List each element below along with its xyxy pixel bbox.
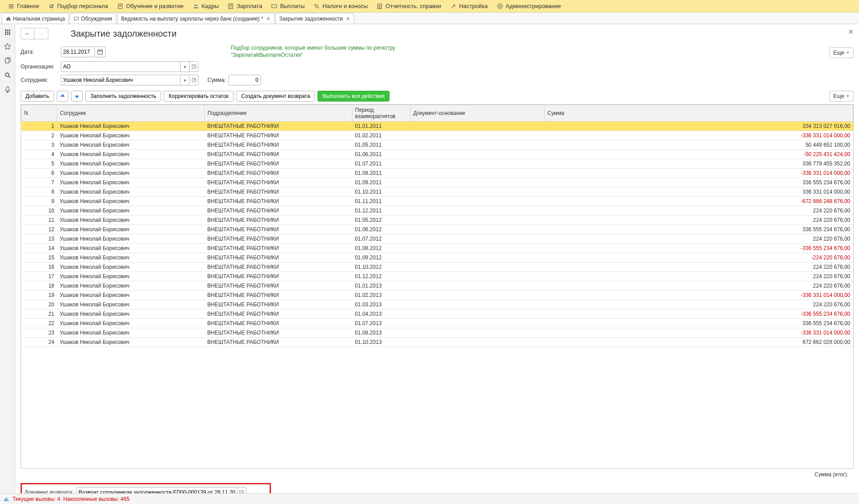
move-down-button[interactable] bbox=[71, 91, 83, 102]
cell-sum: -336 331 014 000,00 bbox=[545, 291, 853, 300]
nav-forward-button[interactable]: → bbox=[34, 28, 48, 39]
clipboard-icon[interactable] bbox=[2, 55, 13, 66]
table-row[interactable]: 6Ушаков Николай БорисовичВНЕШТАТНЫЕ РАБО… bbox=[21, 169, 853, 178]
table-row[interactable]: 10Ушаков Николай БорисовичВНЕШТАТНЫЕ РАБ… bbox=[21, 206, 853, 216]
col-period[interactable]: Период взаиморасчетов bbox=[352, 105, 410, 122]
table-row[interactable]: 9Ушаков Николай БорисовичВНЕШТАТНЫЕ РАБО… bbox=[21, 197, 853, 206]
topmenu-item-6[interactable]: Налоги и взносы bbox=[309, 0, 372, 13]
employee-dropdown-button[interactable]: ▾ bbox=[181, 75, 190, 85]
topmenu-item-1[interactable]: Подбор персонала bbox=[44, 0, 113, 13]
cell-department: ВНЕШТАТНЫЕ РАБОТНИКИ bbox=[205, 187, 352, 197]
close-icon[interactable]: ✕ bbox=[266, 16, 271, 22]
cell-employee: Ушаков Николай Борисович bbox=[57, 206, 205, 216]
table-row[interactable]: 24Ушаков Николай БорисовичВНЕШТАТНЫЕ РАБ… bbox=[21, 338, 853, 347]
cell-period: 01.08.2013 bbox=[352, 328, 410, 338]
add-button[interactable]: Добавить bbox=[21, 91, 54, 102]
date-input[interactable] bbox=[61, 47, 95, 57]
employee-label: Сотрудник: bbox=[21, 77, 61, 83]
search-icon[interactable] bbox=[2, 70, 13, 80]
cell-sum: 224 220 676,00 bbox=[545, 272, 853, 281]
table-row[interactable]: 2Ушаков Николай БорисовичВНЕШТАТНЫЕ РАБО… bbox=[21, 131, 853, 140]
org-open-button[interactable] bbox=[190, 61, 199, 72]
status-bar: Текущие вызовы: 4 Накопленные вызовы: 46… bbox=[0, 493, 859, 504]
cell-period: 01.12.2011 bbox=[352, 206, 410, 216]
topmenu-item-4[interactable]: Зарплата bbox=[223, 0, 267, 13]
star-icon[interactable] bbox=[2, 41, 13, 52]
correct-balance-button[interactable]: Корректировать остаток bbox=[164, 91, 233, 102]
table-row[interactable]: 15Ушаков Николай БорисовичВНЕШТАТНЫЕ РАБ… bbox=[21, 253, 853, 263]
cell-employee: Ушаков Николай Борисович bbox=[57, 300, 205, 309]
topmenu-label: Главное bbox=[17, 3, 39, 9]
bell-icon[interactable] bbox=[2, 84, 13, 95]
more-button-top[interactable]: Еще bbox=[829, 47, 854, 58]
table-row[interactable]: 22Ушаков Николай БорисовичВНЕШТАТНЫЕ РАБ… bbox=[21, 319, 853, 328]
more-button-toolbar[interactable]: Еще bbox=[829, 91, 854, 102]
table-row[interactable]: 21Ушаков Николай БорисовичВНЕШТАТНЫЕ РАБ… bbox=[21, 309, 853, 319]
nav-back-button[interactable]: ← bbox=[21, 28, 34, 39]
table-row[interactable]: 16Ушаков Николай БорисовичВНЕШТАТНЫЕ РАБ… bbox=[21, 263, 853, 272]
table-row[interactable]: 5Ушаков Николай БорисовичВНЕШТАТНЫЕ РАБО… bbox=[21, 159, 853, 169]
employee-input[interactable] bbox=[61, 75, 181, 85]
sum-input[interactable] bbox=[229, 75, 261, 85]
employee-open-button[interactable] bbox=[190, 75, 199, 85]
col-employee[interactable]: Сотрудник bbox=[57, 105, 205, 122]
tab-2[interactable]: Ведомость на выплату зарплаты через банк… bbox=[117, 13, 275, 24]
cell-document bbox=[410, 122, 545, 131]
table-row[interactable]: 18Ушаков Николай БорисовичВНЕШТАТНЫЕ РАБ… bbox=[21, 281, 853, 291]
apps-icon[interactable] bbox=[2, 27, 13, 38]
tab-3[interactable]: Закрытие задолженности✕ bbox=[275, 13, 354, 24]
return-doc-open-button[interactable] bbox=[237, 487, 246, 493]
cell-n: 7 bbox=[21, 178, 57, 187]
move-up-button[interactable] bbox=[57, 91, 68, 102]
topmenu-label: Кадры bbox=[202, 3, 219, 9]
cell-sum: 672 662 028 000,00 bbox=[545, 338, 853, 347]
table-row[interactable]: 19Ушаков Николай БорисовичВНЕШТАТНЫЕ РАБ… bbox=[21, 291, 853, 300]
org-dropdown-button[interactable]: ▾ bbox=[181, 61, 190, 72]
table-row[interactable]: 11Ушаков Николай БорисовичВНЕШТАТНЫЕ РАБ… bbox=[21, 216, 853, 225]
cell-employee: Ушаков Николай Борисович bbox=[57, 263, 205, 272]
return-doc-label: Документ возврата: bbox=[25, 489, 74, 493]
table-row[interactable]: 3Ушаков Николай БорисовичВНЕШТАТНЫЕ РАБО… bbox=[21, 140, 853, 150]
cell-period: 01.02.2013 bbox=[352, 291, 410, 300]
col-n[interactable]: N bbox=[21, 105, 57, 122]
table-scroll[interactable]: N Сотрудник Подразделение Период взаимор… bbox=[21, 104, 854, 469]
col-sum[interactable]: Сумма bbox=[545, 105, 853, 122]
topmenu-item-5[interactable]: Выплаты bbox=[267, 0, 309, 13]
table-row[interactable]: 7Ушаков Николай БорисовичВНЕШТАТНЫЕ РАБО… bbox=[21, 178, 853, 187]
tab-0[interactable]: Начальная страница bbox=[2, 13, 69, 24]
cell-sum: -336 555 234 676,00 bbox=[545, 244, 853, 253]
create-return-doc-button[interactable]: Создать документ возврата bbox=[236, 91, 315, 102]
table-row[interactable]: 8Ушаков Николай БорисовичВНЕШТАТНЫЕ РАБО… bbox=[21, 187, 853, 197]
date-picker-button[interactable] bbox=[95, 47, 106, 57]
cell-department: ВНЕШТАТНЫЕ РАБОТНИКИ bbox=[205, 225, 352, 234]
table-row[interactable]: 13Ушаков Николай БорисовичВНЕШТАТНЫЕ РАБ… bbox=[21, 234, 853, 244]
table-row[interactable]: 4Ушаков Николай БорисовичВНЕШТАТНЫЕ РАБО… bbox=[21, 150, 853, 159]
topmenu-item-7[interactable]: Отчетность, справки bbox=[372, 0, 445, 13]
table-row[interactable]: 17Ушаков Николай БорисовичВНЕШТАТНЫЕ РАБ… bbox=[21, 272, 853, 281]
tab-1[interactable]: Обсуждения bbox=[70, 13, 116, 24]
table-row[interactable]: 1Ушаков Николай БорисовичВНЕШТАТНЫЕ РАБО… bbox=[21, 122, 853, 131]
close-page-button[interactable]: ✕ bbox=[848, 28, 854, 36]
close-icon[interactable]: ✕ bbox=[346, 16, 350, 22]
cell-sum: -336 331 014 000,00 bbox=[545, 328, 853, 338]
topmenu-item-3[interactable]: Кадры bbox=[188, 0, 224, 13]
topmenu-item-9[interactable]: Администрирование bbox=[492, 0, 566, 13]
cell-employee: Ушаков Николай Борисович bbox=[57, 150, 205, 159]
cell-document bbox=[410, 216, 545, 225]
table-row[interactable]: 14Ушаков Николай БорисовичВНЕШТАТНЫЕ РАБ… bbox=[21, 244, 853, 253]
run-all-actions-button[interactable]: Выполнить все действия bbox=[317, 91, 389, 102]
col-department[interactable]: Подразделение bbox=[205, 105, 352, 122]
col-document[interactable]: Документ-основание bbox=[410, 105, 545, 122]
fill-debt-button[interactable]: Заполнить задолженность bbox=[85, 91, 161, 102]
return-doc-input[interactable] bbox=[76, 487, 237, 493]
table-row[interactable]: 12Ушаков Николай БорисовичВНЕШТАТНЫЕ РАБ… bbox=[21, 225, 853, 234]
cell-document bbox=[410, 253, 545, 263]
topmenu-item-0[interactable]: Главное bbox=[4, 0, 44, 13]
org-input[interactable] bbox=[61, 61, 181, 72]
topmenu-item-8[interactable]: Настройка bbox=[446, 0, 492, 13]
cell-document bbox=[410, 263, 545, 272]
topmenu-item-2[interactable]: Обучение и развитие bbox=[113, 0, 188, 13]
table-row[interactable]: 20Ушаков Николай БорисовичВНЕШТАТНЫЕ РАБ… bbox=[21, 300, 853, 309]
table-row[interactable]: 23Ушаков Николай БорисовичВНЕШТАТНЫЕ РАБ… bbox=[21, 328, 853, 338]
cell-period: 01.08.2012 bbox=[352, 244, 410, 253]
